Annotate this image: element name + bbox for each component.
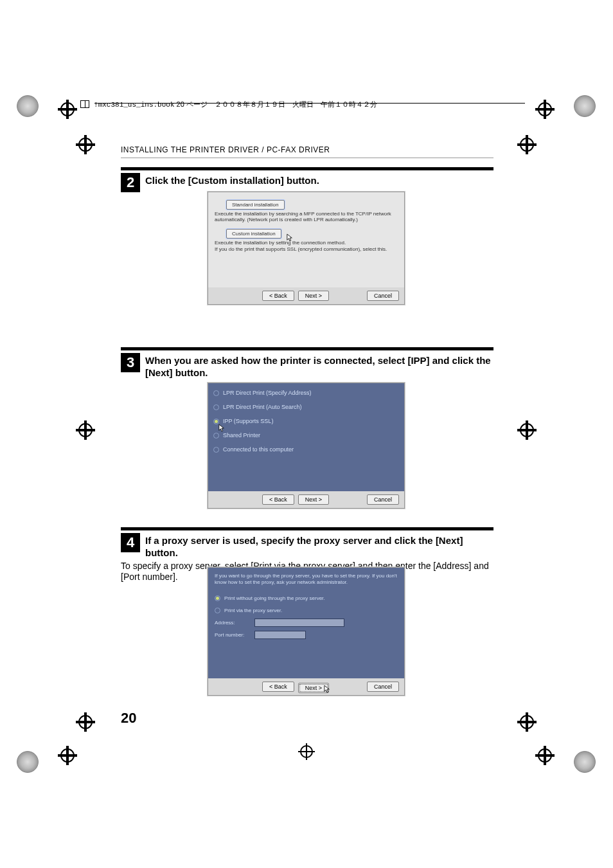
standard-installation-button[interactable]: Standard installation [226,200,285,210]
back-button[interactable]: < Back [262,494,294,505]
cursor-arrow-icon [287,233,293,242]
book-filename: !mxc381_us_ins.book [94,101,174,109]
dialog-button-row: < Back Next > Cancel [208,491,404,508]
standard-install-desc: Execute the installation by searching a … [215,211,398,222]
radio-label: IPP (Supports SSL) [223,418,273,424]
custom-install-desc: Execute the installation by setting the … [215,240,398,251]
radio-label: Print via the proxy server. [224,608,282,613]
corner-mark [17,95,39,117]
step-bar [121,167,493,170]
radio-label: LPR Direct Print (Auto Search) [223,404,302,410]
radio-label: Shared Printer [223,432,260,439]
radio-no-proxy[interactable]: Print without going through the proxy se… [215,595,398,601]
radio-via-proxy[interactable]: Print via the proxy server. [215,608,398,613]
step-title: When you are asked how the printer is co… [145,353,493,379]
cancel-button[interactable]: Cancel [367,494,399,505]
cancel-button[interactable]: Cancel [367,291,399,301]
radio-label: LPR Direct Print (Specify Address) [223,390,312,396]
registration-cross-icon [535,746,555,765]
registration-cross-icon [298,743,315,760]
connection-method-dialog: LPR Direct Print (Specify Address) LPR D… [208,383,405,509]
registration-cross-icon [535,100,555,119]
registration-cross-icon [76,135,95,154]
step-bar [121,347,493,350]
radio-label: Print without going through the proxy se… [224,595,325,601]
registration-cross-icon [517,135,537,154]
port-field[interactable] [254,631,306,639]
step-title: Click the [Custom installation] button. [145,173,319,187]
book-header-bar: !mxc381_us_ins.book 20 ページ ２００８年８月１９日 火曜… [94,103,525,116]
divider [121,158,493,158]
step-number: 4 [121,533,140,552]
step-number: 2 [121,173,140,192]
cancel-button[interactable]: Cancel [367,682,399,692]
step-bar [121,527,493,530]
registration-cross-icon [76,420,95,440]
book-icon [80,100,89,108]
corner-mark [574,95,596,117]
step-2: 2 Click the [Custom installation] button… [121,167,493,192]
back-button[interactable]: < Back [262,291,294,301]
step-3: 3 When you are asked how the printer is … [121,347,493,379]
corner-mark [17,751,39,773]
proxy-dialog: If you want to go through the proxy serv… [208,567,405,696]
radio-ipp[interactable]: IPP (Supports SSL) [213,418,399,424]
radio-label: Connected to this computer [223,446,294,453]
dialog-button-row: < Back Next > Cancel [208,678,404,695]
registration-cross-icon [517,420,537,440]
page-number: 20 [121,710,136,727]
radio-shared-printer[interactable]: Shared Printer [213,432,399,439]
address-label: Address: [215,620,253,626]
registration-cross-icon [76,712,95,732]
cursor-arrow-icon [218,424,225,433]
proxy-intro: If you want to go through the proxy serv… [215,573,398,585]
book-header-text: !mxc381_us_ins.book 20 ページ ２００８年８月１９日 火曜… [80,100,377,109]
step-number: 3 [121,353,140,372]
address-field[interactable] [254,619,344,627]
port-label: Port number: [215,632,253,638]
dialog-button-row: < Back Next > Cancel [208,287,404,304]
step-title: If a proxy server is used, specify the p… [145,533,493,559]
radio-lpr-specify[interactable]: LPR Direct Print (Specify Address) [213,390,399,396]
custom-installation-button[interactable]: Custom installation [226,229,281,239]
install-type-dialog: Standard installation Execute the instal… [208,192,405,305]
book-pageinfo: 20 ページ ２００８年８月１９日 火曜日 午前１０時４２分 [177,100,377,108]
radio-lpr-auto[interactable]: LPR Direct Print (Auto Search) [213,404,399,410]
corner-mark [574,751,596,773]
registration-cross-icon [58,100,77,119]
next-button[interactable]: Next > [298,494,329,505]
registration-cross-icon [517,712,537,732]
section-title: INSTALLING THE PRINTER DRIVER / PC-FAX D… [121,145,330,154]
radio-this-computer[interactable]: Connected to this computer [213,446,399,453]
cursor-arrow-icon [324,685,330,694]
back-button[interactable]: < Back [262,682,294,692]
registration-cross-icon [58,746,77,765]
next-button[interactable]: Next > [298,291,329,301]
